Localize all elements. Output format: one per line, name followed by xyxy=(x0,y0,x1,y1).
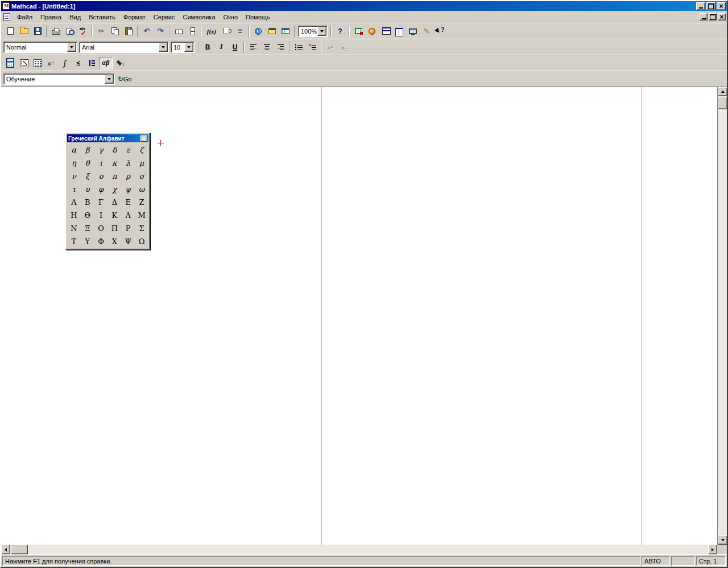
scroll-left-button[interactable] xyxy=(1,545,10,554)
insert-component-button[interactable] xyxy=(265,25,279,38)
align-center-button[interactable] xyxy=(260,41,274,53)
redo-button[interactable] xyxy=(154,25,167,38)
symbolic-palette-button[interactable] xyxy=(113,57,126,69)
menu-edit[interactable]: Правка xyxy=(36,12,65,22)
bold-button[interactable]: B xyxy=(201,41,214,53)
mdi-close-button[interactable] xyxy=(718,13,726,20)
align-left-button[interactable] xyxy=(246,41,260,53)
greek-letter-button[interactable]: Χ xyxy=(108,235,122,248)
resources-combobox[interactable]: Обучение xyxy=(3,73,115,85)
subscript-button[interactable]: x₂ xyxy=(337,41,351,53)
menu-file[interactable]: Файл xyxy=(13,12,36,22)
horizontal-scroll-thumb[interactable] xyxy=(11,545,28,554)
insert-table-button[interactable] xyxy=(279,25,292,38)
align-down-button[interactable] xyxy=(185,25,199,38)
greek-palette-close-button[interactable] xyxy=(140,135,147,142)
greek-letter-button[interactable]: Γ xyxy=(94,196,108,209)
greek-letter-button[interactable]: Κ xyxy=(108,209,122,222)
numbered-list-button[interactable] xyxy=(305,41,319,53)
programming-palette-button[interactable] xyxy=(85,57,99,69)
greek-letter-button[interactable]: η xyxy=(67,157,81,170)
align-right-button[interactable] xyxy=(274,41,287,53)
greek-letter-button[interactable]: ρ xyxy=(121,170,135,183)
menu-insert[interactable]: Вставить xyxy=(85,12,119,22)
greek-letter-button[interactable]: κ xyxy=(108,157,122,170)
align-across-button[interactable] xyxy=(172,25,185,38)
greek-palette-titlebar[interactable]: Греческий Алфавит xyxy=(67,134,148,142)
greek-letter-button[interactable]: χ xyxy=(108,183,122,196)
greek-letter-button[interactable]: φ xyxy=(94,183,108,196)
graph-palette-button[interactable] xyxy=(17,57,31,69)
tile-vertical-button[interactable] xyxy=(392,25,406,38)
menu-help[interactable]: Помощь xyxy=(242,12,274,22)
mdi-restore-button[interactable] xyxy=(709,13,717,20)
menu-window[interactable]: Окно xyxy=(220,12,242,22)
greek-letter-button[interactable]: Ω xyxy=(135,235,148,248)
greek-letter-button[interactable]: α xyxy=(67,143,81,157)
mathsoft-sheet-button[interactable] xyxy=(351,25,365,38)
greek-letter-button[interactable]: λ xyxy=(121,157,135,170)
undo-button[interactable] xyxy=(140,25,154,38)
greek-letter-button[interactable]: Ρ xyxy=(121,222,135,235)
greek-palette-button[interactable]: αβ xyxy=(99,57,113,69)
check-spelling-button[interactable] xyxy=(76,25,90,38)
scroll-up-button[interactable] xyxy=(718,87,727,96)
title-bar[interactable]: Mathcad - [Untitled:1] xyxy=(1,1,727,11)
minimize-button[interactable] xyxy=(696,2,705,10)
greek-letter-button[interactable]: δ xyxy=(108,143,122,157)
print-preview-button[interactable] xyxy=(63,25,76,38)
greek-letter-button[interactable]: ζ xyxy=(135,143,148,157)
italic-button[interactable]: I xyxy=(214,41,228,53)
style-combobox[interactable]: Normal xyxy=(3,42,77,53)
go-button[interactable]: Go xyxy=(117,73,133,85)
mdi-minimize-button[interactable] xyxy=(700,13,708,20)
worksheet-document-icon[interactable] xyxy=(3,13,10,21)
greek-letter-button[interactable]: π xyxy=(108,170,122,183)
paste-button[interactable] xyxy=(122,25,135,38)
help-button[interactable]: ? xyxy=(333,25,347,38)
save-button[interactable] xyxy=(31,25,44,38)
greek-letter-button[interactable]: Ο xyxy=(94,222,108,235)
annotate-button[interactable] xyxy=(420,25,433,38)
greek-letter-button[interactable]: σ xyxy=(135,170,148,183)
cut-button[interactable] xyxy=(94,25,108,38)
menu-view[interactable]: Вид xyxy=(65,12,85,22)
greek-letter-button[interactable]: υ xyxy=(81,183,94,196)
horizontal-scroll-track[interactable] xyxy=(10,545,708,554)
horizontal-scrollbar[interactable] xyxy=(1,545,717,554)
vertical-scroll-track[interactable] xyxy=(718,96,727,536)
font-size-combobox[interactable]: 10 xyxy=(171,42,195,53)
collaboratory-button[interactable] xyxy=(406,25,420,38)
greek-letter-button[interactable]: ξ xyxy=(81,170,94,183)
greek-letter-button[interactable]: ι xyxy=(94,157,108,170)
greek-letter-button[interactable]: Λ xyxy=(121,209,135,222)
menu-symbolics[interactable]: Символика xyxy=(179,12,220,22)
evaluation-palette-button[interactable]: x= xyxy=(44,57,58,69)
greek-letter-button[interactable]: ο xyxy=(94,170,108,183)
bullet-list-button[interactable] xyxy=(292,41,305,53)
greek-letter-button[interactable]: Ν xyxy=(67,222,81,235)
greek-letter-button[interactable]: ψ xyxy=(121,183,135,196)
matrix-palette-button[interactable] xyxy=(31,57,44,69)
boolean-palette-button[interactable]: ≤ xyxy=(72,57,85,69)
close-button[interactable] xyxy=(717,2,726,10)
greek-letter-button[interactable]: ε xyxy=(121,143,135,157)
greek-letter-button[interactable]: Α xyxy=(67,196,81,209)
font-size-dropdown-button[interactable] xyxy=(184,43,193,52)
greek-letter-button[interactable]: Τ xyxy=(67,235,81,248)
insert-unit-button[interactable] xyxy=(220,25,233,38)
zoom-dropdown-button[interactable] xyxy=(317,27,326,36)
resource-center-button[interactable] xyxy=(365,25,379,38)
context-help-button[interactable] xyxy=(433,25,447,38)
menu-format[interactable]: Формат xyxy=(119,12,150,22)
style-dropdown-button[interactable] xyxy=(67,43,76,52)
calculator-palette-button[interactable] xyxy=(3,57,17,69)
calculus-palette-button[interactable]: ∫ xyxy=(58,57,72,69)
greek-palette-window[interactable]: Греческий Алфавит αβγδεζηθικλμνξοπρστυφχ… xyxy=(65,133,150,250)
greek-letter-button[interactable]: τ xyxy=(67,183,81,196)
greek-letter-button[interactable]: Δ xyxy=(108,196,122,209)
print-button[interactable] xyxy=(49,25,63,38)
superscript-button[interactable]: x² xyxy=(324,41,337,53)
scroll-right-button[interactable] xyxy=(708,545,717,554)
worksheet-canvas[interactable]: Греческий Алфавит αβγδεζηθικλμνξοπρστυφχ… xyxy=(1,87,717,545)
